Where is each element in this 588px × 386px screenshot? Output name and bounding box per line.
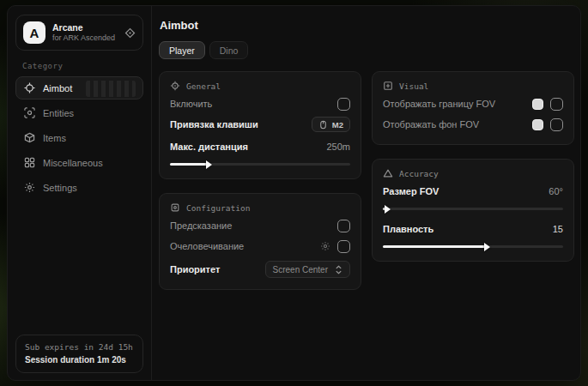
sidebar-item-aimbot[interactable]: Aimbot (15, 76, 143, 100)
panel-visual: Visual Отображать границу FOV Отображать… (372, 71, 574, 145)
humanization-checkbox[interactable] (337, 240, 350, 253)
enable-label: Включить (170, 99, 212, 109)
image-frame-icon (383, 81, 393, 91)
slider-thumb[interactable] (385, 205, 391, 214)
sub-expires-text: Sub expires in 24d 15h (25, 341, 134, 353)
chevron-updown-icon (335, 265, 342, 274)
fov-background-checkbox[interactable] (550, 118, 563, 131)
sidebar-header: A Arcane for ARK Ascended (15, 15, 143, 51)
smoothness-label: Плавность (383, 224, 433, 234)
fov-background-label: Отображать фон FOV (383, 119, 479, 130)
panel-general: General Включить Привязка клавиши (159, 71, 361, 179)
panel-configuration: Configuration Предсказание Очеловечивани… (159, 193, 361, 290)
sidebar-item-miscellaneous[interactable]: Miscellaneous (15, 151, 143, 174)
sidebar-item-label: Aimbot (43, 83, 72, 93)
box-icon (24, 132, 35, 143)
max-distance-slider[interactable] (170, 163, 350, 166)
mouse-icon (318, 120, 328, 130)
max-distance-label: Макс. дистанция (170, 142, 248, 152)
tab-bar: Player Dino (159, 41, 574, 59)
sidebar-item-items[interactable]: Items (15, 126, 143, 149)
sidebar-item-label: Entities (43, 108, 74, 118)
panel-title: Configuration (186, 203, 250, 213)
sidebar-item-label: Items (43, 133, 66, 143)
config-cube-icon (170, 202, 180, 213)
grid-icon (24, 157, 35, 168)
sidebar: A Arcane for ARK Ascended Category (8, 6, 152, 380)
fov-size-value: 60° (549, 186, 563, 196)
slider-thumb[interactable] (484, 243, 490, 251)
tab-player[interactable]: Player (159, 41, 205, 59)
sidebar-item-label: Miscellaneous (43, 158, 103, 168)
fov-border-checkbox[interactable] (550, 98, 563, 111)
subscription-info: Sub expires in 24d 15h Session duration … (15, 335, 143, 373)
priority-select[interactable]: Screen Center (265, 261, 350, 278)
fov-border-color-swatch[interactable] (532, 99, 543, 110)
target-diamond-icon[interactable] (124, 27, 136, 39)
fov-size-label: Размер FOV (383, 186, 439, 196)
page-title: Aimbot (160, 19, 574, 32)
fov-background-color-swatch[interactable] (532, 119, 543, 130)
enable-checkbox[interactable] (337, 98, 350, 111)
sidebar-item-entities[interactable]: Entities (15, 101, 143, 124)
panel-title: General (186, 81, 221, 91)
scan-person-icon (24, 107, 35, 118)
panel-accuracy: Accuracy Размер FOV 60° Плавность 15 (372, 159, 574, 262)
smoothness-slider[interactable] (383, 245, 563, 248)
tab-dino[interactable]: Dino (209, 41, 249, 59)
fov-size-slider[interactable] (383, 208, 563, 210)
app-subtitle: for ARK Ascended (52, 33, 118, 43)
triangle-icon (383, 168, 393, 178)
priority-value: Screen Center (273, 265, 328, 274)
prediction-label: Предсказание (170, 220, 232, 231)
app-name: Arcane (52, 22, 118, 33)
keybind-button[interactable]: M2 (312, 117, 350, 132)
fov-border-label: Отображать границу FOV (383, 99, 495, 109)
panel-title: Accuracy (399, 169, 439, 178)
app-window: A Arcane for ARK Ascended Category (7, 5, 581, 381)
session-duration-text: Session duration 1m 20s (25, 353, 134, 366)
max-distance-value: 250m (326, 142, 350, 152)
scope-icon (170, 81, 180, 91)
app-logo: A (23, 21, 45, 44)
prediction-checkbox[interactable] (337, 220, 350, 232)
humanization-settings-icon[interactable] (320, 241, 330, 251)
keybind-label: Привязка клавиши (170, 119, 258, 130)
sidebar-item-settings[interactable]: Settings (15, 176, 143, 199)
main-content: Aimbot Player Dino General (152, 6, 581, 380)
keybind-value: M2 (332, 120, 343, 130)
sidebar-item-label: Settings (43, 183, 77, 193)
crosshair-icon (24, 82, 35, 93)
smoothness-value: 15 (553, 224, 563, 234)
priority-label: Приоритет (170, 264, 220, 274)
gear-icon (24, 182, 35, 193)
slider-thumb[interactable] (206, 160, 212, 169)
category-label: Category (22, 62, 143, 70)
humanization-label: Очеловечивание (170, 241, 244, 251)
panel-title: Visual (399, 81, 428, 91)
sidebar-nav: Aimbot Entities Items (15, 76, 143, 335)
watermark (86, 81, 136, 97)
